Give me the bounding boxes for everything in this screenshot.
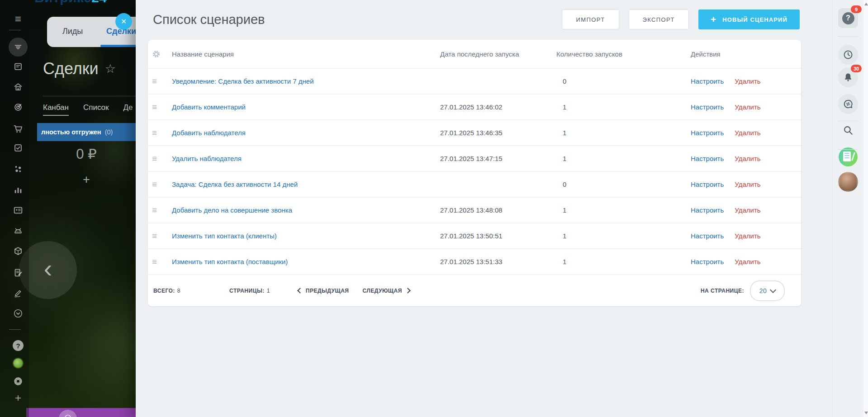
profile-avatar[interactable] bbox=[838, 172, 858, 192]
sidebar-item-contacts[interactable] bbox=[8, 200, 28, 220]
import-button[interactable]: ИМПОРТ bbox=[562, 9, 619, 29]
scenario-name-link[interactable]: Уведомление: Сделка без активности 7 дне… bbox=[172, 77, 440, 85]
header-buttons: ИМПОРТ ЭКСПОРТ + НОВЫЙ СЦЕНАРИЙ bbox=[562, 9, 800, 29]
kanban-column-count: (0) bbox=[105, 128, 113, 136]
configure-link[interactable]: Настроить bbox=[691, 180, 724, 188]
tab-leads[interactable]: Лиды bbox=[62, 27, 83, 36]
sidebar-item-robot[interactable] bbox=[8, 221, 28, 241]
heading-divider bbox=[43, 96, 136, 96]
col-header-run-count[interactable]: Количество запусков bbox=[556, 50, 691, 58]
scenario-name-link[interactable]: Добавить наблюдателя bbox=[172, 129, 440, 137]
row-actions: НастроитьУдалить bbox=[691, 258, 801, 265]
new-scenario-button[interactable]: + НОВЫЙ СЦЕНАРИЙ bbox=[698, 9, 800, 29]
delete-link[interactable]: Удалить bbox=[735, 155, 760, 162]
docpen-icon bbox=[13, 268, 23, 278]
close-panel-button[interactable]: × bbox=[115, 13, 132, 30]
delete-link[interactable]: Удалить bbox=[735, 129, 760, 137]
scenario-name-link[interactable]: Добавить комментарий bbox=[172, 103, 440, 111]
drag-handle-icon[interactable]: ≡ bbox=[148, 102, 172, 112]
delete-link[interactable]: Удалить bbox=[735, 232, 760, 240]
table-row: ≡Уведомление: Сделка без активности 7 дн… bbox=[148, 68, 801, 94]
sidebar-item-market[interactable] bbox=[8, 353, 28, 373]
sidebar-item-company[interactable] bbox=[8, 77, 28, 97]
scenario-name-link[interactable]: Изменить тип контакта (поставщики) bbox=[172, 258, 440, 265]
drag-handle-icon[interactable]: ≡ bbox=[148, 154, 172, 164]
sidebar-menu-button[interactable]: ≡ bbox=[8, 9, 28, 29]
configure-link[interactable]: Настроить bbox=[691, 129, 724, 137]
delete-link[interactable]: Удалить bbox=[735, 206, 760, 214]
drag-handle-icon[interactable]: ≡ bbox=[148, 76, 172, 86]
prev-page-button[interactable]: ПРЕДЫДУЩАЯ bbox=[298, 288, 349, 294]
sidebar-more-button[interactable] bbox=[8, 303, 28, 323]
col-header-last-run[interactable]: Дата последнего запуска bbox=[440, 50, 556, 58]
kanban-column-amount: 0 ₽ bbox=[37, 146, 136, 162]
help-button[interactable]: ?9 bbox=[838, 8, 858, 28]
sidebar-item-tasks[interactable] bbox=[8, 138, 28, 158]
page-scrollbar[interactable] bbox=[863, 0, 868, 417]
sidebar-item-marketing[interactable] bbox=[8, 97, 28, 117]
export-button[interactable]: ЭКСПОРТ bbox=[629, 9, 689, 29]
configure-link[interactable]: Настроить bbox=[691, 206, 724, 214]
sidebar-help-button[interactable]: ? bbox=[8, 336, 28, 355]
delete-link[interactable]: Удалить bbox=[735, 180, 760, 188]
market-button[interactable] bbox=[838, 147, 858, 167]
sidebar-item-sales[interactable] bbox=[8, 119, 28, 139]
app-window: Битрикс24 Лиды Сделки Сделки ☆ Канбан Сп… bbox=[0, 0, 868, 417]
table-row: ≡Задача: Сделка без активности 14 дней0Н… bbox=[148, 171, 801, 197]
col-header-name[interactable]: Название сценария bbox=[172, 50, 440, 58]
tab-list[interactable]: Список bbox=[83, 103, 109, 116]
drag-handle-icon[interactable]: ≡ bbox=[148, 205, 172, 215]
network-icon bbox=[13, 164, 23, 174]
run-count: 1 bbox=[556, 103, 691, 111]
configure-link[interactable]: Настроить bbox=[691, 155, 724, 162]
run-count: 1 bbox=[556, 129, 691, 137]
configure-link[interactable]: Настроить bbox=[691, 232, 724, 240]
sidebar-item-analytics[interactable] bbox=[8, 180, 28, 200]
next-page-button[interactable]: СЛЕДУЮЩАЯ bbox=[362, 288, 409, 294]
menu-icon: ≡ bbox=[13, 14, 23, 24]
last-run-date: 27.01.2025 13:50:51 bbox=[440, 232, 556, 240]
row-actions: НастроитьУдалить bbox=[691, 77, 801, 85]
configure-link[interactable]: Настроить bbox=[691, 77, 724, 85]
badge-count: 9 bbox=[851, 5, 862, 13]
delete-link[interactable]: Удалить bbox=[735, 77, 760, 85]
configure-link[interactable]: Настроить bbox=[691, 258, 724, 265]
delete-link[interactable]: Удалить bbox=[735, 103, 760, 111]
favorite-star-icon[interactable]: ☆ bbox=[105, 62, 116, 76]
scenario-name-link[interactable]: Изменить тип контакта (клиенты) bbox=[172, 232, 440, 240]
sidebar-item-automation[interactable] bbox=[8, 159, 28, 179]
sidebar-item-crm[interactable] bbox=[8, 37, 28, 57]
messenger-button[interactable] bbox=[838, 94, 858, 114]
bars-icon bbox=[13, 185, 23, 195]
sidebar-item-catalog[interactable] bbox=[8, 241, 28, 261]
search-button[interactable] bbox=[838, 120, 858, 140]
sidebar-item-documents[interactable] bbox=[8, 263, 28, 283]
market-icon bbox=[839, 147, 858, 166]
target-icon bbox=[13, 102, 23, 112]
sidebar-item-sign[interactable] bbox=[8, 283, 28, 303]
configure-link[interactable]: Настроить bbox=[691, 103, 724, 111]
kanban-add-deal-button[interactable]: + bbox=[37, 173, 136, 187]
run-count: 1 bbox=[556, 232, 691, 240]
close-icon: × bbox=[121, 16, 127, 27]
scenario-name-link[interactable]: Задача: Сделка без активности 14 дней bbox=[172, 180, 440, 188]
scenario-name-link[interactable]: Удалить наблюдателя bbox=[172, 155, 440, 162]
scenario-name-link[interactable]: Добавить дело на совершение звонка bbox=[172, 206, 440, 214]
per-page-select[interactable]: 20 bbox=[750, 280, 785, 301]
drag-handle-icon[interactable]: ≡ bbox=[148, 257, 172, 267]
sidebar-add-button[interactable]: + bbox=[8, 388, 28, 408]
table-settings-gear-icon[interactable] bbox=[148, 50, 172, 58]
sidebar-item-planner[interactable] bbox=[8, 57, 28, 76]
drag-handle-icon[interactable]: ≡ bbox=[148, 128, 172, 138]
time-management-button[interactable] bbox=[838, 45, 858, 65]
drag-handle-icon[interactable]: ≡ bbox=[148, 180, 172, 190]
scroll-up-arrow[interactable] bbox=[864, 3, 868, 5]
tab-activities[interactable]: Де bbox=[123, 103, 133, 116]
tab-kanban[interactable]: Канбан bbox=[43, 103, 69, 116]
table-row: ≡Добавить наблюдателя27.01.2025 13:46:35… bbox=[148, 119, 801, 145]
rr-divider-3 bbox=[838, 149, 859, 150]
notifications-button[interactable]: 30 bbox=[838, 67, 858, 87]
drag-handle-icon[interactable]: ≡ bbox=[148, 231, 172, 241]
delete-link[interactable]: Удалить bbox=[735, 258, 760, 265]
scroll-down-arrow[interactable] bbox=[864, 412, 868, 414]
